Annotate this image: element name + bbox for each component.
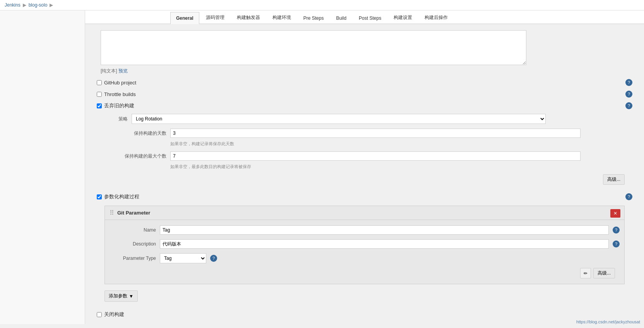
- tab-source[interactable]: 源码管理: [200, 11, 230, 24]
- close-git-param-button[interactable]: ✕: [610, 209, 620, 218]
- strategy-label: 策略: [104, 116, 128, 122]
- github-project-checkbox[interactable]: [97, 80, 102, 85]
- add-param-button[interactable]: 添加参数 ▼: [104, 290, 138, 302]
- name-label: Name: [110, 227, 156, 233]
- parameter-type-select[interactable]: Tag Branch Revision Pull Request: [160, 253, 206, 263]
- name-row: Name ?: [110, 223, 620, 237]
- param-actions: ✏ 高级...: [110, 266, 620, 281]
- keep-max-row: 保持构建的最大个数: [93, 149, 636, 163]
- description-help-icon[interactable]: ?: [613, 240, 620, 247]
- main-content: General 源码管理 构建触发器 构建环境 Pre Steps Build …: [0, 10, 644, 324]
- edit-icon-button[interactable]: ✏: [580, 268, 591, 278]
- content-area: General 源码管理 构建触发器 构建环境 Pre Steps Build …: [85, 10, 644, 324]
- keep-days-input[interactable]: [170, 129, 581, 138]
- text-plain-label: [纯文本]: [101, 68, 117, 74]
- preview-link[interactable]: 预览: [118, 68, 128, 74]
- name-input[interactable]: [160, 225, 609, 235]
- description-label: Description: [110, 241, 156, 247]
- description-input[interactable]: [160, 239, 609, 249]
- tab-build-settings[interactable]: 构建设置: [388, 11, 418, 24]
- breadcrumb-sep2: ▶: [50, 2, 53, 8]
- parameterize-row: 参数化构建过程 ?: [93, 191, 636, 203]
- close-build-checkbox[interactable]: [97, 312, 102, 317]
- tab-pre-steps[interactable]: Pre Steps: [298, 12, 330, 24]
- keep-max-input[interactable]: [170, 151, 581, 161]
- throttle-builds-row: Throttle builds ?: [93, 88, 636, 100]
- github-project-label: GitHub project: [104, 80, 136, 86]
- description-row: Description ?: [110, 237, 620, 251]
- sidebar: [0, 10, 85, 324]
- breadcrumb-blog-solo[interactable]: blog-solo: [29, 2, 48, 8]
- advanced-button[interactable]: 高级...: [603, 174, 625, 185]
- strategy-row: 策略 Log Rotation: [93, 112, 636, 126]
- tab-post-build[interactable]: 构建后操作: [419, 11, 454, 24]
- advanced-row: 高级...: [93, 172, 636, 187]
- strategy-select[interactable]: Log Rotation: [132, 114, 546, 124]
- textarea-wrapper: [101, 30, 629, 66]
- git-param-header: ⠿ Git Parameter ✕: [105, 206, 624, 220]
- tab-post-steps[interactable]: Post Steps: [353, 12, 387, 24]
- git-param-title: Git Parameter: [117, 210, 150, 216]
- git-param-block: ⠿ Git Parameter ✕ Name ? Description: [104, 206, 625, 284]
- parameter-type-row: Parameter Type Tag Branch Revision Pull …: [110, 251, 620, 266]
- parameter-type-label: Parameter Type: [110, 256, 156, 261]
- throttle-builds-checkbox[interactable]: [97, 92, 102, 97]
- parameterize-help-icon[interactable]: ?: [625, 193, 632, 200]
- tab-build[interactable]: Build: [330, 12, 352, 24]
- keep-max-label: 保持构建的最大个数: [104, 153, 166, 160]
- keep-days-hint: 如果非空，构建记录将保存此天数: [93, 140, 636, 149]
- breadcrumb-sep1: ▶: [23, 2, 26, 8]
- keep-max-hint: 如果非空，最多此数目的构建记录将被保存: [93, 163, 636, 172]
- tab-bar: General 源码管理 构建触发器 构建环境 Pre Steps Build …: [85, 10, 644, 24]
- parameterize-checkbox[interactable]: [97, 194, 102, 199]
- throttle-builds-help-icon[interactable]: ?: [625, 91, 632, 98]
- breadcrumb: Jenkins ▶ blog-solo ▶: [0, 0, 644, 10]
- watermark: https://blog.csdn.net/jackyzhousat: [576, 319, 640, 324]
- description-section: [纯文本] 预览: [93, 28, 636, 77]
- form-section: [纯文本] 预览 GitHub project ? Throttle build…: [85, 24, 644, 324]
- close-build-label: 关闭构建: [104, 311, 124, 318]
- discard-old-help-icon[interactable]: ?: [625, 102, 632, 109]
- add-param-dropdown-icon: ▼: [129, 294, 134, 299]
- parameterize-label: 参数化构建过程: [104, 193, 139, 200]
- keep-days-label: 保持构建的天数: [104, 130, 166, 137]
- drag-handle-icon[interactable]: ⠿: [110, 209, 114, 216]
- github-project-help-icon[interactable]: ?: [625, 79, 632, 86]
- git-param-body: Name ? Description ? Parameter Type: [105, 220, 624, 284]
- text-format-row: [纯文本] 预览: [101, 68, 629, 74]
- github-project-row: GitHub project ?: [93, 77, 636, 88]
- discard-old-label: 丢弃旧的构建: [104, 102, 134, 109]
- discard-old-row: 丢弃旧的构建 ?: [93, 100, 636, 112]
- tab-env[interactable]: 构建环境: [267, 11, 297, 24]
- breadcrumb-jenkins[interactable]: Jenkins: [5, 2, 21, 8]
- git-advanced-button[interactable]: 高级...: [593, 268, 615, 278]
- discard-old-checkbox[interactable]: [97, 103, 102, 108]
- name-help-icon[interactable]: ?: [613, 227, 620, 234]
- close-build-row: 关闭构建: [93, 309, 636, 320]
- tab-trigger[interactable]: 构建触发器: [231, 11, 266, 24]
- parameter-type-help-icon[interactable]: ?: [210, 255, 217, 262]
- add-param-row: 添加参数 ▼: [93, 287, 636, 305]
- tab-general[interactable]: General: [170, 12, 199, 24]
- keep-days-row: 保持构建的天数: [93, 126, 636, 140]
- description-textarea[interactable]: [101, 30, 526, 65]
- add-param-label: 添加参数: [109, 293, 127, 299]
- throttle-builds-label: Throttle builds: [104, 91, 136, 97]
